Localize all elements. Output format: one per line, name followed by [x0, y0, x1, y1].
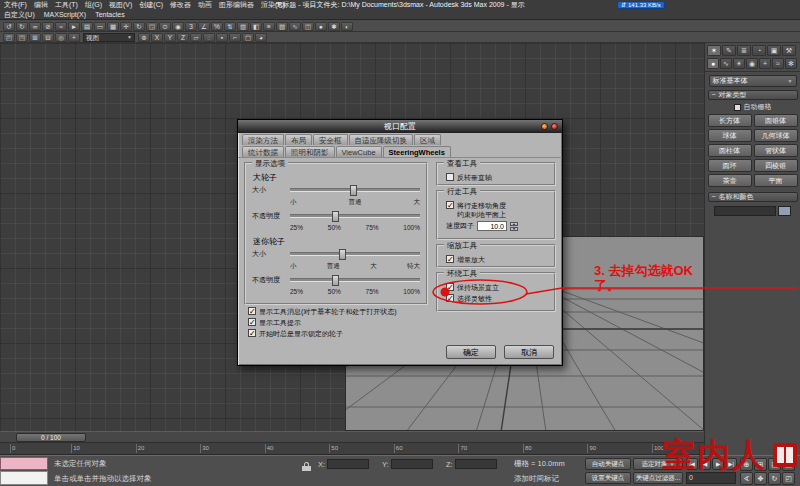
display-option-checkbox[interactable]: ✓ 开始时总是显示锁定的轮子 — [248, 329, 426, 338]
select-rotate-icon[interactable]: ↻ — [133, 22, 145, 31]
add-time-tag[interactable]: 添加时间标记 — [514, 474, 559, 484]
snap-toggle-icon[interactable]: 3 — [185, 22, 197, 31]
shapes-subtab[interactable]: ∿ — [720, 58, 732, 69]
object-type-button[interactable]: 圆锥体 — [754, 114, 798, 127]
y-coordinate-field[interactable] — [391, 459, 433, 469]
restrict-plane-icon[interactable]: ▱ — [190, 33, 202, 42]
layer-manager-icon[interactable]: ▧ — [276, 22, 288, 31]
helpers-subtab[interactable]: + — [759, 58, 771, 69]
select-manipulate-icon[interactable]: ◉ — [172, 22, 184, 31]
z-coordinate-field[interactable] — [455, 459, 497, 469]
mini-wheel-size-slider[interactable] — [290, 252, 420, 256]
current-frame-field[interactable]: 0 — [686, 472, 736, 484]
menu-item[interactable]: 文件(F) — [4, 0, 27, 10]
zoom-extents-icon[interactable]: ◱ — [768, 458, 781, 471]
dialog-tab[interactable]: 自适应降级切换 — [349, 134, 414, 145]
restrict-z-icon[interactable]: Z — [177, 33, 189, 42]
schematic-view-icon[interactable]: ◫ — [302, 22, 314, 31]
lights-subtab[interactable]: ☀ — [733, 58, 745, 69]
selection-lock-icon[interactable] — [302, 462, 311, 471]
teapot-render-icon[interactable]: ◕ — [255, 33, 267, 42]
key-filters-button[interactable]: 关键点过滤器... — [633, 472, 683, 484]
slider-thumb[interactable] — [350, 185, 357, 196]
zoom-all-icon[interactable]: ⊞ — [754, 458, 767, 471]
maximize-viewport-icon[interactable]: ◰ — [782, 472, 795, 485]
curve-editor-icon[interactable]: ∿ — [289, 22, 301, 31]
zoom-extents-all-icon[interactable]: ▣ — [782, 458, 795, 471]
maxscript-mini-listener-output[interactable] — [0, 471, 48, 485]
undo-icon[interactable]: ↺ — [3, 22, 15, 31]
object-type-button[interactable]: 几何球体 — [754, 129, 798, 142]
slider-thumb[interactable] — [339, 249, 346, 260]
auto-key-button[interactable]: 自动关键点 — [585, 458, 631, 470]
name-color-rollout-header[interactable]: − 名称和颜色 — [708, 192, 798, 202]
selection-set-dropdown[interactable]: 选定对象 ▼ — [633, 458, 683, 470]
constrain-angle-checkbox[interactable]: ✓ 将行走移动角度 约束到地平面上 — [446, 201, 548, 219]
window-toggle-icon[interactable]: ◳ — [16, 33, 28, 42]
dialog-tab[interactable]: ViewCube — [336, 146, 382, 157]
restrict-y-icon[interactable]: Y — [164, 33, 176, 42]
cancel-button[interactable]: 取消 — [504, 345, 554, 359]
ok-button[interactable]: 确定 — [446, 345, 496, 359]
display-option-checkbox[interactable]: ✓ 显示工具消息(对于基本轮子和处于打开状态) — [248, 307, 426, 316]
display-tab[interactable]: ▣ — [767, 45, 781, 56]
track-bar[interactable]: 0102030405060708090100 — [0, 443, 704, 455]
primitive-category-dropdown[interactable]: 标准基本体 ▼ — [709, 75, 797, 87]
big-wheel-opacity-slider[interactable] — [290, 214, 420, 218]
render-quick-icon[interactable]: ◐ — [341, 22, 353, 31]
select-link-icon[interactable]: ∞ — [29, 22, 41, 31]
fov-icon[interactable]: ∢ — [740, 472, 753, 485]
menu-item[interactable]: 工具(T) — [55, 0, 78, 10]
set-key-button[interactable]: 设置关键点 — [585, 472, 631, 484]
select-by-name-icon[interactable]: ▤ — [81, 22, 93, 31]
render-region-icon[interactable]: ▢ — [242, 33, 254, 42]
dialog-tab[interactable]: 安全框 — [313, 134, 348, 145]
keep-scene-upright-checkbox[interactable]: ✓ 保持场景直立 — [446, 283, 548, 292]
invert-vertical-axis-checkbox[interactable]: 反转垂直轴 — [446, 173, 548, 182]
dialog-tab[interactable]: 布局 — [285, 134, 312, 145]
soft-selection-icon[interactable]: ◌ — [203, 33, 215, 42]
dialog-help-button[interactable] — [541, 123, 548, 130]
object-type-rollout-header[interactable]: − 对象类型 — [708, 90, 798, 100]
object-type-button[interactable]: 四棱锥 — [754, 159, 798, 172]
spinner-down-icon[interactable]: ▼ — [510, 227, 518, 231]
pan-mode-icon[interactable]: ⊟ — [42, 33, 54, 42]
motion-tab[interactable]: ◔ — [752, 45, 766, 56]
arc-rotate-icon[interactable]: ↻ — [768, 472, 781, 485]
slider-thumb[interactable] — [332, 275, 339, 286]
pivot-center-icon[interactable]: ⊙ — [159, 22, 171, 31]
cameras-subtab[interactable]: ◉ — [746, 58, 758, 69]
object-type-button[interactable]: 茶壶 — [708, 174, 752, 187]
menu-item[interactable]: Tentacles — [95, 10, 125, 19]
menu-item[interactable]: 编辑 — [34, 0, 48, 10]
percent-snap-icon[interactable]: % — [211, 22, 223, 31]
x-coordinate-field[interactable] — [327, 459, 369, 469]
select-scale-icon[interactable]: ◲ — [146, 22, 158, 31]
keyframe-icon[interactable]: ▪ — [216, 33, 228, 42]
object-type-button[interactable]: 平面 — [754, 174, 798, 187]
select-move-icon[interactable]: ✛ — [120, 22, 132, 31]
spinner-up-icon[interactable]: ▲ — [510, 222, 518, 226]
zoom-mode-icon[interactable]: ⊞ — [29, 33, 41, 42]
geometry-subtab[interactable]: ● — [707, 58, 719, 69]
menu-item[interactable]: MAXScript(X) — [44, 10, 86, 19]
mini-wheel-opacity-slider[interactable] — [290, 278, 420, 282]
spinner-snap-icon[interactable]: ⇅ — [224, 22, 236, 31]
angle-snap-icon[interactable]: ∠ — [198, 22, 210, 31]
systems-subtab[interactable]: ✻ — [785, 58, 797, 69]
maxscript-mini-listener-macro[interactable] — [0, 457, 48, 470]
material-editor-icon[interactable]: ● — [315, 22, 327, 31]
align-icon[interactable]: ≡ — [263, 22, 275, 31]
dialog-close-button[interactable] — [551, 123, 558, 130]
mirror-icon[interactable]: ◧ — [250, 22, 262, 31]
zoom-icon[interactable]: ⊕ — [740, 458, 753, 471]
selection-sensitivity-checkbox[interactable]: ✓ 选择灵敏性 — [446, 294, 548, 303]
named-selection-icon[interactable]: ▥ — [237, 22, 249, 31]
dialog-tab[interactable]: 渲染方法 — [242, 134, 284, 145]
menu-item[interactable]: 自定义(U) — [4, 10, 35, 19]
object-type-button[interactable]: 圆环 — [708, 159, 752, 172]
incremental-zoom-checkbox[interactable]: ✓ 增量放大 — [446, 255, 548, 264]
bind-spacewarp-icon[interactable]: ≈ — [55, 22, 67, 31]
render-setup-icon[interactable]: ✱ — [328, 22, 340, 31]
autogrid-checkbox[interactable]: 自动栅格 — [705, 102, 800, 112]
